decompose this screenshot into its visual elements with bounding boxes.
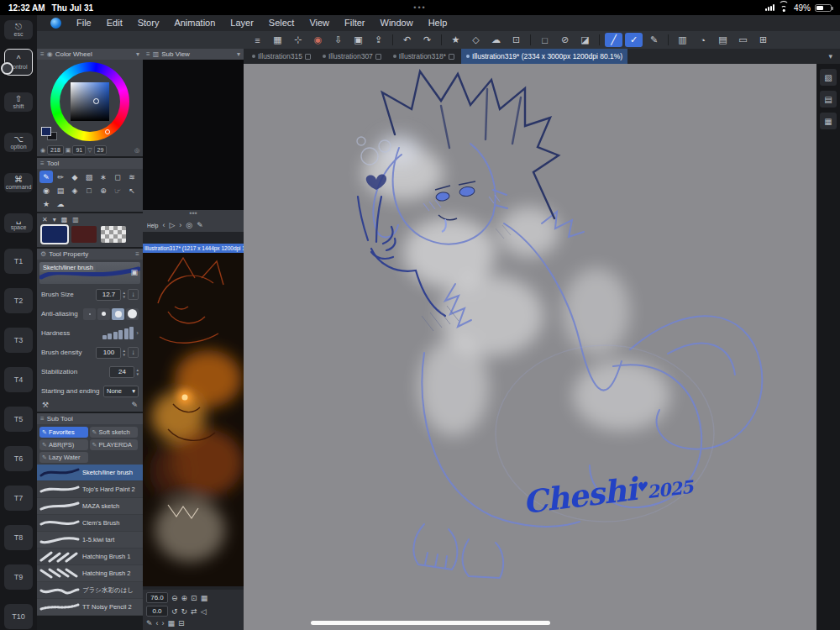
- material-icon[interactable]: ▥: [674, 33, 691, 47]
- rotate-left-icon[interactable]: ↺: [171, 607, 178, 616]
- menu-file[interactable]: File: [69, 15, 99, 31]
- subtool-tab-soft-sketch[interactable]: ✎ Soft sketch: [90, 427, 139, 438]
- panel-menu-icon[interactable]: ≡: [40, 50, 45, 58]
- brush-density-source-icon[interactable]: ↓: [128, 347, 139, 358]
- tab-close-icon[interactable]: [305, 54, 311, 60]
- aa-none-button[interactable]: [83, 308, 96, 320]
- menu-view[interactable]: View: [302, 15, 337, 31]
- brush-size-input[interactable]: 12.7: [96, 289, 121, 301]
- hand-tool[interactable]: ☞: [111, 184, 124, 197]
- menu-filter[interactable]: Filter: [337, 15, 372, 31]
- subtool-tab-favorites[interactable]: ✎ Favorites: [39, 427, 88, 438]
- palette-icon[interactable]: ▤: [714, 33, 732, 47]
- esc-key[interactable]: ⎋ esc: [4, 20, 33, 39]
- transform-icon[interactable]: ⊹: [289, 33, 307, 47]
- brush-size-source-icon[interactable]: ↓: [128, 289, 139, 300]
- timelapse-icon[interactable]: ◔: [694, 33, 711, 47]
- canvas-tab[interactable]: Illustration307: [318, 49, 386, 64]
- step-down-icon[interactable]: ▾: [136, 372, 139, 376]
- deselect-icon[interactable]: ⊘: [556, 33, 574, 47]
- t10-key[interactable]: T10: [4, 604, 33, 629]
- no-color-icon[interactable]: ✕: [42, 216, 48, 223]
- collapse-icon[interactable]: ▾: [237, 50, 240, 58]
- horizontal-scrollbar[interactable]: [311, 621, 550, 625]
- selection-tool[interactable]: □: [82, 184, 96, 197]
- select-area-icon[interactable]: □: [536, 33, 554, 47]
- gradient-tool[interactable]: ▤: [54, 184, 67, 197]
- stabilization-stepper[interactable]: ▴ ▾: [136, 368, 139, 375]
- eraser-tool[interactable]: ◻: [111, 171, 124, 183]
- current-color-pair[interactable]: [41, 127, 58, 140]
- panel-menu-icon[interactable]: ≡: [135, 250, 139, 258]
- actual-size-icon[interactable]: ▦: [201, 594, 208, 602]
- drawing-canvas[interactable]: Cheshi♥2025: [244, 64, 816, 630]
- stabilization-input[interactable]: 24: [109, 366, 134, 378]
- crop-icon[interactable]: ⊡: [507, 33, 525, 47]
- snap-ruler-icon[interactable]: ╱: [605, 33, 622, 47]
- brightness-value[interactable]: 29: [94, 145, 108, 155]
- t2-key[interactable]: T2: [4, 288, 33, 313]
- step-down-icon[interactable]: ▾: [123, 295, 125, 299]
- brush-list-item[interactable]: Sketch/liner brush: [37, 465, 143, 481]
- decoration-tool[interactable]: ∗: [97, 171, 110, 183]
- color-history-icon[interactable]: ▥: [72, 216, 79, 223]
- saturation-value-square[interactable]: [71, 82, 109, 121]
- command-key[interactable]: ⌘ command: [4, 173, 33, 192]
- brush-size-stepper[interactable]: ▴ ▾: [123, 291, 125, 298]
- redo-icon[interactable]: ↷: [418, 33, 436, 47]
- tab-close-icon[interactable]: [375, 54, 381, 60]
- play-icon[interactable]: ▷: [169, 221, 175, 229]
- trash-icon[interactable]: ⊟: [178, 619, 185, 627]
- brush-density-input[interactable]: 100: [96, 347, 121, 359]
- zoom-value[interactable]: 76.0: [146, 592, 168, 603]
- edge-panel-handle[interactable]: [1, 62, 13, 75]
- zoom-in-icon[interactable]: ⊕: [181, 594, 188, 602]
- invert-selection-icon[interactable]: ◪: [576, 33, 594, 47]
- fit-screen-icon[interactable]: ⊡: [191, 594, 197, 602]
- brush-list-item[interactable]: ブラシ水彩のはし: [37, 582, 143, 599]
- hardness-slider[interactable]: [102, 327, 134, 339]
- space-key[interactable]: ␣ space: [4, 213, 33, 233]
- page-next-icon[interactable]: ›: [162, 619, 165, 627]
- panel-menu-icon[interactable]: ≡: [146, 50, 150, 58]
- import-icon[interactable]: ⇩: [329, 33, 347, 47]
- edit-icon[interactable]: ✎: [146, 619, 153, 627]
- t7-key[interactable]: T7: [4, 486, 33, 511]
- grid-icon[interactable]: ▦: [168, 619, 176, 627]
- marker-tool[interactable]: ◆: [68, 171, 81, 183]
- sub-view-empty-area[interactable]: [143, 60, 244, 210]
- figure-tool[interactable]: ◈: [68, 184, 81, 197]
- flip-horizontal-icon[interactable]: ⇄: [191, 607, 197, 616]
- panel-drag-handle[interactable]: •••: [143, 210, 244, 218]
- t4-key[interactable]: T4: [4, 367, 33, 392]
- cloud-icon[interactable]: ☁: [487, 33, 505, 47]
- multitask-dots[interactable]: •••: [193, 3, 647, 12]
- next-image-icon[interactable]: ›: [179, 221, 181, 229]
- layer-property-panel-icon[interactable]: ▦: [820, 113, 837, 129]
- airbrush-tool[interactable]: ▨: [82, 171, 96, 183]
- t6-key[interactable]: T6: [4, 446, 33, 471]
- brush-density-stepper[interactable]: ▴ ▾: [123, 349, 125, 356]
- aa-weak-button[interactable]: [97, 308, 110, 320]
- rotation-value[interactable]: 0.0: [146, 606, 168, 617]
- panel-menu-icon[interactable]: ≡: [40, 160, 45, 167]
- color-set-icon[interactable]: ▩: [61, 216, 68, 223]
- collapse-icon[interactable]: ▾: [136, 50, 139, 58]
- t8-key[interactable]: T8: [4, 525, 33, 550]
- snap-special-ruler-icon[interactable]: ✓: [625, 33, 643, 47]
- flip-vertical-icon[interactable]: ◁: [201, 607, 207, 616]
- cloud-brush-tool[interactable]: ☁: [54, 197, 67, 210]
- rotate-right-icon[interactable]: ↻: [181, 607, 188, 616]
- t1-key[interactable]: T1: [4, 249, 33, 274]
- fill-tool[interactable]: ◉: [39, 184, 53, 197]
- hardness-expand-icon[interactable]: ›: [136, 329, 139, 337]
- reference-image[interactable]: [143, 253, 244, 586]
- step-down-icon[interactable]: ▾: [123, 353, 125, 357]
- brush-list-item[interactable]: Hatching Brush 2: [37, 565, 143, 582]
- window-mode-icon[interactable]: ▭: [734, 33, 752, 47]
- hue-ring[interactable]: [50, 62, 129, 141]
- clip-studio-logo[interactable]: [50, 18, 61, 29]
- main-menu-icon[interactable]: ≡: [249, 33, 266, 47]
- canvas-tab-active[interactable]: Illustration319* (2334 x 3000px 1200dpi …: [461, 49, 627, 64]
- hue-cursor[interactable]: [105, 129, 110, 134]
